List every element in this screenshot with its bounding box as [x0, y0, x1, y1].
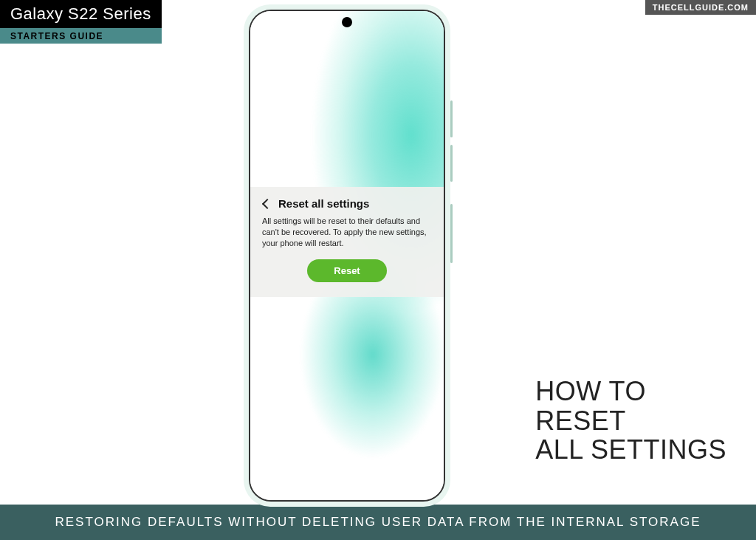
- guide-label: STARTERS GUIDE: [0, 28, 162, 44]
- footer-text: RESTORING DEFAULTS WITHOUT DELETING USER…: [55, 515, 701, 530]
- volume-down-button: [450, 145, 453, 182]
- reset-button[interactable]: Reset: [307, 259, 386, 282]
- phone-mockup: Reset all settings All settings will be …: [244, 4, 450, 507]
- panel-description: All settings will be reset to their defa…: [262, 216, 432, 249]
- phone-screen: Reset all settings All settings will be …: [249, 10, 445, 502]
- series-badge: Galaxy S22 Series STARTERS GUIDE: [0, 0, 162, 44]
- panel-title: Reset all settings: [278, 197, 369, 210]
- footer-bar: RESTORING DEFAULTS WITHOUT DELETING USER…: [0, 505, 756, 540]
- camera-notch: [342, 17, 352, 27]
- headline-line-2: RESET: [535, 406, 626, 436]
- settings-panel: Reset all settings All settings will be …: [250, 187, 444, 297]
- series-name: Galaxy S22 Series: [0, 0, 162, 28]
- power-button: [450, 204, 453, 263]
- page-headline: HOW TO RESET ALL SETTINGS: [535, 377, 726, 465]
- volume-up-button: [450, 100, 453, 137]
- back-icon[interactable]: [262, 198, 272, 208]
- site-badge: THECELLGUIDE.COM: [645, 0, 756, 15]
- panel-header: Reset all settings: [262, 197, 432, 210]
- headline-line-3: ALL SETTINGS: [535, 434, 726, 465]
- headline-line-1: HOW TO: [535, 376, 646, 406]
